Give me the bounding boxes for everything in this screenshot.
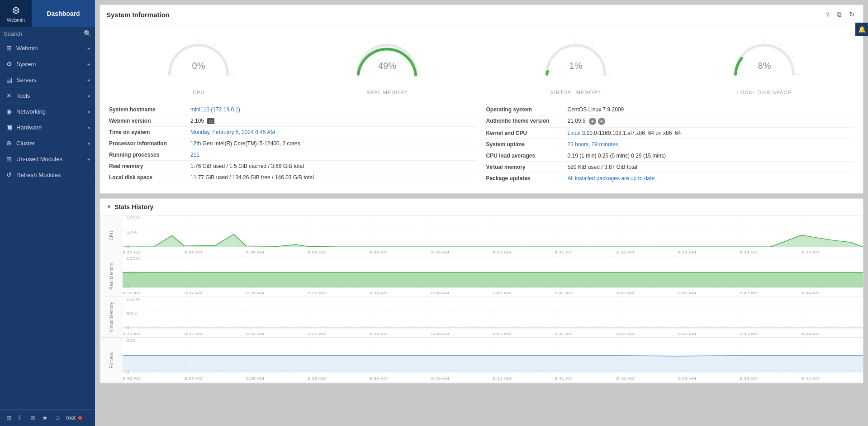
search-icon: 🔍 [84, 30, 91, 37]
svg-text:8:41 AM: 8:41 AM [493, 377, 511, 381]
stats-toggle-icon[interactable]: ▼ [106, 204, 112, 210]
time-value: Monday, February 5, 2024 8:45 AM [190, 129, 477, 135]
chevron-right-icon: ◂ [87, 62, 90, 67]
svg-text:100%: 100% [126, 297, 141, 302]
load-label: CPU load averages [486, 153, 568, 159]
uptime-link[interactable]: 23 hours, 29 minutes [568, 141, 618, 148]
webmin-logo-icon: ⊛ [12, 5, 20, 16]
version-badge[interactable]: □ [207, 118, 214, 124]
footer-home-icon[interactable]: ⊞ [5, 413, 14, 422]
sidebar-item-cluster[interactable]: ⊕ Cluster ◂ [0, 135, 95, 151]
sidebar-logo[interactable]: ⊛ Webmin [0, 0, 32, 27]
info-row-theme: Authentic theme version 21.09.5 ●● [486, 115, 854, 128]
time-link[interactable]: Monday, February 5, 2024 8:45 AM [190, 129, 275, 135]
svg-marker-72 [123, 273, 863, 288]
hostname-link[interactable]: mini110 (172.19.0.1) [190, 106, 240, 113]
help-button[interactable]: ? [824, 10, 831, 19]
sidebar-item-label: Refresh Modules [16, 172, 61, 178]
svg-text:8:36 AM: 8:36 AM [123, 377, 141, 381]
chevron-right-icon: ◂ [87, 125, 90, 130]
sidebar-search-container: 🔍 [0, 27, 95, 40]
copy-button[interactable]: ⧉ [835, 10, 844, 19]
svg-text:0: 0 [126, 325, 129, 330]
chevron-right-icon: ◂ [87, 93, 90, 98]
footer-mail-icon[interactable]: ✉ [28, 413, 38, 422]
sidebar-dashboard[interactable]: Dashboard [32, 0, 95, 27]
info-row-virtual-memory: Virtual memory 520 KiB used / 3.87 GiB t… [486, 162, 854, 173]
hostname-label: System hostname [109, 106, 190, 113]
chevron-right-icon: ◂ [87, 46, 90, 51]
svg-text:8:36 AM: 8:36 AM [123, 291, 141, 295]
refresh-button[interactable]: ↻ [847, 10, 857, 19]
theme-info-icon[interactable]: ● [589, 118, 596, 125]
processes-link[interactable]: 211 [190, 152, 199, 158]
sidebar-dashboard-label: Dashboard [47, 10, 80, 17]
notification-bell[interactable]: 🔔 [855, 23, 868, 36]
virtual-memory-chart-canvas: 100% 50% 0 8:36 AM 8:37 AM 8:38 AM 8:38 … [123, 297, 863, 337]
svg-text:8:43 AM: 8:43 AM [740, 377, 758, 381]
footer-moon-icon[interactable]: ☾ [16, 413, 26, 422]
info-row-hostname: System hostname mini110 (172.19.0.1) [109, 104, 477, 115]
system-info-card: System Information ? ⧉ ↻ [100, 5, 863, 194]
real-memory-value: 1.76 GiB used / 1.5 GiB cached / 3.68 Gi… [190, 163, 477, 169]
svg-line-1 [215, 43, 216, 46]
sidebar-item-networking[interactable]: ◉ Networking ◂ [0, 104, 95, 120]
info-row-kernel: Kernel and CPU Linux 3.10.0-1160.108.1.e… [486, 128, 854, 139]
chevron-right-icon: ◂ [87, 77, 90, 82]
sidebar-item-label: Un-used Modules [16, 156, 62, 163]
kernel-link[interactable]: Linux [568, 130, 581, 136]
sidebar-item-refresh-modules[interactable]: ↺ Refresh Modules [0, 167, 95, 183]
svg-text:8:43 AM: 8:43 AM [678, 377, 696, 381]
info-right-column: Operating system CentOS Linux 7.9.2009 A… [486, 104, 854, 184]
svg-text:8:39 AM: 8:39 AM [370, 250, 388, 254]
webmin-version-value: 2.105 □ [190, 118, 477, 124]
svg-text:8:38 AM: 8:38 AM [308, 377, 326, 381]
cpu-gauge-svg: 0% [162, 34, 235, 88]
time-label: Time on system [109, 129, 190, 135]
svg-line-23 [792, 57, 795, 58]
svg-text:8:44 AM: 8:44 AM [802, 332, 820, 336]
processes-label: Running processes [109, 152, 190, 158]
kernel-label: Kernel and CPU [486, 130, 568, 136]
packages-value: All installed packages are up to date [568, 175, 854, 182]
svg-text:8:37 AM: 8:37 AM [184, 377, 202, 381]
sidebar-logo-text: Webmin [7, 17, 25, 23]
sidebar-item-tools[interactable]: ✕ Tools ◂ [0, 88, 95, 104]
svg-text:8:38 AM: 8:38 AM [246, 291, 264, 295]
svg-text:8:42 AM: 8:42 AM [616, 250, 634, 254]
sidebar-item-servers[interactable]: ▤ Servers ◂ [0, 72, 95, 88]
virtual-memory-chart-svg: 100% 50% 0 8:36 AM 8:37 AM 8:38 AM 8:38 … [123, 297, 863, 337]
process-chart-canvas: 200 0 8:36 AM 8:37 AM 8:38 AM 8:38 AM 8:… [123, 338, 863, 383]
info-row-processor: Processor information 12th Gen Intel(R) … [109, 138, 477, 149]
packages-link[interactable]: All installed packages are up to date [568, 175, 655, 182]
svg-text:8:37 AM: 8:37 AM [184, 250, 202, 254]
svg-line-22 [781, 43, 782, 46]
cpu-chart-canvas: 100% 50% 0 8:36 AM 8:37 AM 8:38 AM 8:38 … [123, 215, 863, 256]
svg-text:8:39 AM: 8:39 AM [370, 332, 388, 336]
os-label: Operating system [486, 106, 568, 113]
disk-value: 11.77 GiB used / 134.26 GiB free / 146.0… [190, 174, 477, 181]
local-disk-gauge-label: LOCAL DISK SPACE [737, 90, 792, 95]
processes-value: 211 [190, 152, 477, 158]
sidebar-item-unused-modules[interactable]: ⊞ Un-used Modules ◂ [0, 151, 95, 167]
svg-text:8:39 AM: 8:39 AM [370, 377, 388, 381]
sidebar-item-webmin[interactable]: ⊞ Webmin ◂ [0, 40, 95, 56]
svg-text:8:38 AM: 8:38 AM [246, 332, 264, 336]
footer-status-dot[interactable] [78, 416, 82, 420]
sidebar-item-hardware[interactable]: ▣ Hardware ◂ [0, 120, 95, 135]
search-input[interactable] [4, 30, 84, 37]
info-left-column: System hostname mini110 (172.19.0.1) Web… [109, 104, 477, 184]
system-info-title: System Information [106, 11, 170, 19]
footer-star-icon[interactable]: ★ [40, 413, 50, 422]
theme-settings-icon[interactable]: ● [598, 118, 605, 125]
svg-line-2 [227, 57, 229, 58]
virtual-memory-gauge: 1% VIRTUAL MEMORY [531, 34, 621, 95]
sidebar-item-label: Hardware [16, 124, 42, 131]
footer-user-icon[interactable]: ☺ [52, 413, 62, 422]
stats-history-header: ▼ Stats History [100, 199, 863, 215]
svg-text:8:38 AM: 8:38 AM [308, 250, 326, 254]
svg-text:100%: 100% [126, 256, 141, 261]
sidebar-item-system[interactable]: ⚙ System ◂ [0, 56, 95, 72]
svg-text:8:39 AM: 8:39 AM [370, 291, 388, 295]
hardware-nav-icon: ▣ [5, 124, 13, 131]
